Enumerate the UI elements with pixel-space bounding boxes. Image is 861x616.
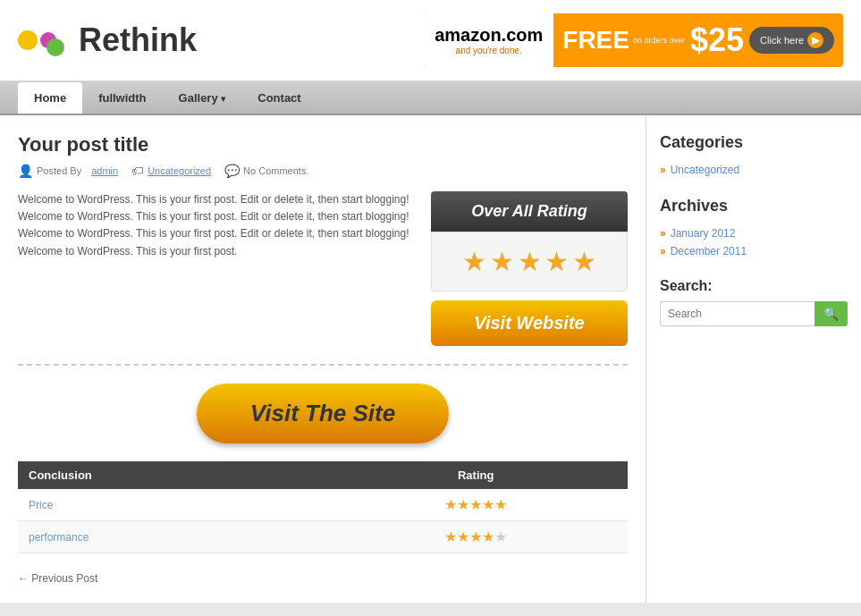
prev-post-nav: ← Previous Post <box>18 571 628 585</box>
search-input[interactable] <box>660 301 815 326</box>
visit-site-area: Visit The Site <box>18 384 628 443</box>
amazon-price: $25 <box>690 21 744 59</box>
post-body-text: Welcome to WordPress. This is your first… <box>18 191 418 346</box>
nav-link-contact[interactable]: Contact <box>241 82 317 114</box>
nav-item-gallery[interactable]: Gallery ▾ <box>163 82 242 114</box>
conclusion-table: Conclusion Rating Price★★★★★performance★… <box>18 461 628 553</box>
amazon-free-text: FREE <box>562 26 629 55</box>
nav-item-home[interactable]: Home <box>18 82 82 114</box>
dashed-divider <box>18 364 628 366</box>
star-filled: ★ <box>457 529 469 544</box>
nav-link-home[interactable]: Home <box>18 82 82 114</box>
amazon-site-text: amazon.com <box>435 25 543 46</box>
col-rating: Rating <box>324 461 628 489</box>
star-3: ★ <box>518 247 542 276</box>
star-filled: ★ <box>457 497 469 512</box>
nav-item-fullwidth[interactable]: fullwidth <box>82 82 162 114</box>
categories-heading: Categories <box>660 133 848 152</box>
row-label: Price <box>18 489 324 521</box>
author-link[interactable]: admin <box>91 165 118 176</box>
post-content-area: Welcome to WordPress. This is your first… <box>18 191 628 346</box>
post-category: 🏷 Uncategorized <box>131 164 211 178</box>
main-nav: Home fullwidth Gallery ▾ Contact <box>0 81 861 115</box>
star-filled: ★ <box>469 497 482 512</box>
star-2: ★ <box>490 247 514 276</box>
comments-icon: 💬 <box>224 164 240 178</box>
archive-item-link[interactable]: January 2012 <box>660 227 848 240</box>
categories-list: Uncategorized <box>660 161 848 179</box>
post-author: 👤 Posted By admin <box>18 164 118 178</box>
star-filled: ★ <box>482 497 494 512</box>
visit-website-button[interactable]: Visit Website <box>431 300 628 346</box>
star-4: ★ <box>544 247 569 276</box>
amazon-click-button[interactable]: Click here ▶ <box>749 27 834 54</box>
amazon-offer-area: FREE on orders over $25 Click here ▶ <box>553 21 843 59</box>
archives-list: January 2012December 2011 <box>660 224 848 260</box>
main-content: Your post title 👤 Posted By admin 🏷 Unca… <box>0 115 861 603</box>
star-filled: ★ <box>494 497 507 512</box>
star-filled: ★ <box>482 529 494 544</box>
amazon-click-label: Click here <box>760 35 804 46</box>
search-icon: 🔍 <box>823 307 839 321</box>
search-form: 🔍 <box>660 301 848 326</box>
table-row: performance★★★★★ <box>18 521 628 553</box>
amazon-arrow-icon: ▶ <box>807 32 823 48</box>
star-1: ★ <box>462 247 486 276</box>
amazon-banner[interactable]: amazon.com and you're done. FREE on orde… <box>424 13 843 67</box>
conclusion-tbody: Price★★★★★performance★★★★★ <box>18 489 628 553</box>
amazon-tagline: and you're done. <box>456 46 522 55</box>
category-list-item: Uncategorized <box>660 161 848 179</box>
circle-green-icon <box>46 38 64 56</box>
archives-heading: Archives <box>660 197 848 215</box>
sidebar: Categories Uncategorized Archives Januar… <box>646 115 861 603</box>
star-empty: ★ <box>494 529 507 544</box>
category-link[interactable]: Uncategorized <box>148 165 211 176</box>
stars-area: ★ ★ ★ ★ ★ <box>431 232 628 291</box>
archive-list-item: January 2012 <box>660 224 848 242</box>
amazon-orders-text: on orders over <box>633 36 685 46</box>
visit-site-button[interactable]: Visit The Site <box>197 384 449 443</box>
post-title: Your post title <box>18 133 628 156</box>
post-comments: 💬 No Comments. <box>224 164 308 178</box>
rating-box: Over All Rating ★ ★ ★ ★ ★ Visit Website <box>431 191 628 346</box>
star-filled: ★ <box>444 529 457 544</box>
logo-text: Rethink <box>79 21 197 59</box>
logo-area: Rethink <box>18 21 197 59</box>
row-stars: ★★★★★ <box>324 521 628 553</box>
logo-circles <box>18 30 77 50</box>
post-meta: 👤 Posted By admin 🏷 Uncategorized 💬 No C… <box>18 164 628 178</box>
table-header-row: Conclusion Rating <box>18 461 628 489</box>
nav-link-gallery[interactable]: Gallery ▾ <box>163 82 242 114</box>
amazon-logo-area: amazon.com and you're done. <box>424 13 553 67</box>
overall-rating-banner: Over All Rating <box>431 191 628 232</box>
row-stars: ★★★★★ <box>324 489 628 521</box>
search-label: Search: <box>660 278 848 294</box>
col-conclusion: Conclusion <box>18 461 324 489</box>
star-filled: ★ <box>469 529 482 544</box>
nav-item-contact[interactable]: Contact <box>241 82 317 114</box>
archive-item-link[interactable]: December 2011 <box>660 245 848 257</box>
row-label: performance <box>18 521 324 553</box>
search-button[interactable]: 🔍 <box>815 301 848 326</box>
prev-post-link[interactable]: ← Previous Post <box>18 572 97 585</box>
category-icon: 🏷 <box>131 164 144 178</box>
archive-list-item: December 2011 <box>660 242 848 260</box>
circle-yellow-icon <box>18 30 38 50</box>
star-5: ★ <box>572 247 596 276</box>
category-item-link[interactable]: Uncategorized <box>660 164 848 176</box>
nav-link-fullwidth[interactable]: fullwidth <box>82 82 162 114</box>
table-row: Price★★★★★ <box>18 489 628 521</box>
gallery-arrow-icon: ▾ <box>221 94 225 104</box>
header: Rethink amazon.com and you're done. FREE… <box>0 0 861 81</box>
author-icon: 👤 <box>18 164 33 178</box>
content-area: Your post title 👤 Posted By admin 🏷 Unca… <box>0 115 646 603</box>
star-filled: ★ <box>444 497 457 512</box>
